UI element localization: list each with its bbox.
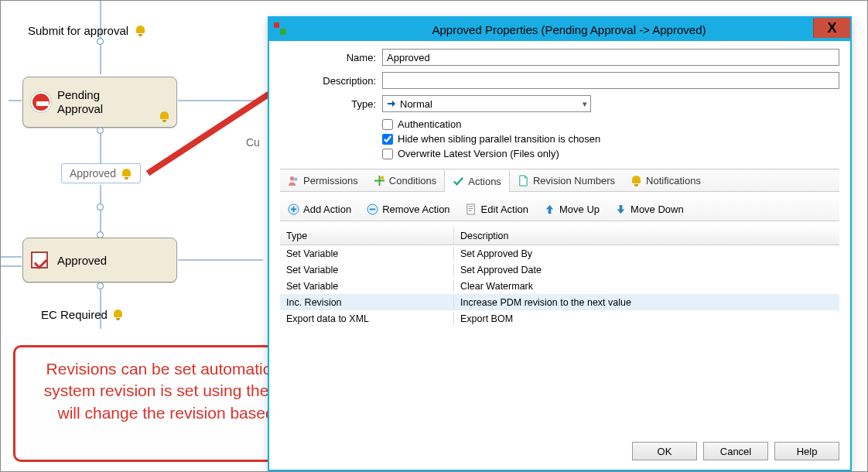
connector xyxy=(100,282,101,329)
checkbox-input[interactable] xyxy=(382,149,393,159)
hide-sibling-checkbox[interactable]: Hide when sibling parallel transition is… xyxy=(382,133,839,145)
chevron-down-icon: ▾ xyxy=(583,99,587,109)
state-label: Pending Approval xyxy=(57,88,103,116)
subtab-bar: Permissions Conditions Actions Revision … xyxy=(280,169,839,192)
cell-description: Clear Watermark xyxy=(454,279,839,292)
connector xyxy=(1,265,22,267)
checkbox-label: Overwrite Latest Version (Files only) xyxy=(398,148,559,159)
transition-submit[interactable]: Submit for approval xyxy=(28,24,146,37)
add-action-button[interactable]: Add Action xyxy=(280,198,359,221)
arrow-up-icon xyxy=(544,204,555,215)
state-approved[interactable]: Approved xyxy=(22,238,177,282)
svg-rect-8 xyxy=(291,209,297,210)
help-button[interactable]: Help xyxy=(774,442,839,460)
cell-description: Set Approved Date xyxy=(454,263,839,276)
authentication-checkbox[interactable]: Authentication xyxy=(382,118,839,130)
cell-description: Export BOM xyxy=(454,312,839,325)
type-label: Type: xyxy=(280,98,378,110)
description-input[interactable] xyxy=(382,72,839,89)
checkbox-input[interactable] xyxy=(382,119,393,130)
connector xyxy=(9,100,22,101)
connector-dot xyxy=(97,127,104,134)
check-icon xyxy=(31,251,48,268)
ok-button[interactable]: OK xyxy=(632,442,697,460)
remove-action-button[interactable]: Remove Action xyxy=(359,198,457,221)
checkbox-label: Hide when sibling parallel transition is… xyxy=(398,133,600,145)
actions-toolbar: Add Action Remove Action Edit Action Mov… xyxy=(280,198,839,221)
svg-point-1 xyxy=(290,176,295,180)
connector-dot xyxy=(97,282,104,289)
dialog-title: Approved Properties (Pending Approval ->… xyxy=(288,23,850,36)
svg-point-2 xyxy=(294,177,297,180)
table-row[interactable]: Inc. RevisionIncrease PDM revision to th… xyxy=(280,294,839,310)
checkbox-input[interactable] xyxy=(382,134,393,145)
cancel-button[interactable]: Cancel xyxy=(703,442,768,460)
svg-point-5 xyxy=(381,176,384,180)
transition-label: Approved xyxy=(70,167,116,180)
move-down-button[interactable]: Move Down xyxy=(607,198,692,221)
stop-icon xyxy=(31,92,51,112)
plus-circle-icon xyxy=(288,204,299,215)
transition-label: EC Required xyxy=(41,308,108,321)
table-header: Type Description xyxy=(280,227,839,245)
tab-notifications[interactable]: Notifications xyxy=(623,169,709,191)
svg-rect-4 xyxy=(374,180,384,181)
document-icon xyxy=(518,175,529,186)
connector xyxy=(178,259,263,261)
state-pending-approval[interactable]: Pending Approval xyxy=(22,77,177,128)
table-row[interactable]: Set VariableSet Approved By xyxy=(280,245,839,262)
connector-dot xyxy=(97,204,104,210)
users-icon xyxy=(288,175,299,186)
overwrite-checkbox[interactable]: Overwrite Latest Version (Files only) xyxy=(382,148,839,159)
cell-description: Set Approved By xyxy=(454,247,839,260)
actions-table: Type Description Set VariableSet Approve… xyxy=(280,227,839,327)
cell-type: Inc. Revision xyxy=(280,296,454,309)
bell-icon xyxy=(121,168,132,180)
cell-type: Export data to XML xyxy=(280,312,454,325)
column-description[interactable]: Description xyxy=(454,227,839,245)
bell-icon xyxy=(159,111,170,122)
connector xyxy=(100,185,101,238)
check-icon xyxy=(453,176,464,187)
svg-rect-11 xyxy=(466,204,473,214)
minus-circle-icon xyxy=(367,204,378,215)
bell-icon xyxy=(135,25,146,36)
close-button[interactable]: X xyxy=(813,18,850,38)
type-value: Normal xyxy=(400,98,432,110)
move-up-button[interactable]: Move Up xyxy=(536,198,607,221)
partial-label: Cu xyxy=(246,136,260,149)
name-input[interactable] xyxy=(382,49,839,66)
cell-type: Set Variable xyxy=(280,247,454,260)
connector xyxy=(178,100,263,101)
table-row[interactable]: Export data to XMLExport BOM xyxy=(280,310,839,327)
bell-icon xyxy=(112,309,124,320)
state-label: Approved xyxy=(57,254,107,267)
bell-icon xyxy=(630,175,642,186)
transition-approved[interactable]: Approved xyxy=(61,163,141,183)
type-select[interactable]: Normal ▾ xyxy=(382,95,591,112)
transition-label: Submit for approval xyxy=(28,24,128,37)
tab-permissions[interactable]: Permissions xyxy=(280,169,366,191)
description-label: Description: xyxy=(280,75,378,87)
arrow-right-icon xyxy=(388,101,397,107)
close-icon: X xyxy=(827,20,836,36)
document-edit-icon xyxy=(466,204,477,215)
cell-type: Set Variable xyxy=(280,279,454,292)
tab-actions[interactable]: Actions xyxy=(444,169,510,192)
svg-rect-10 xyxy=(370,209,376,210)
tab-conditions[interactable]: Conditions xyxy=(366,169,444,191)
dialog-footer: OK Cancel Help xyxy=(269,434,850,470)
table-row[interactable]: Set VariableSet Approved Date xyxy=(280,262,839,278)
titlebar[interactable]: Approved Properties (Pending Approval ->… xyxy=(269,18,850,41)
transition-ec-required[interactable]: EC Required xyxy=(41,308,124,321)
table-row[interactable]: Set VariableClear Watermark xyxy=(280,278,839,294)
name-label: Name: xyxy=(280,52,378,63)
checkbox-label: Authentication xyxy=(398,118,461,130)
edit-action-button[interactable]: Edit Action xyxy=(458,198,536,221)
column-type[interactable]: Type xyxy=(280,227,454,245)
connector-dot xyxy=(97,38,104,45)
tab-revision-numbers[interactable]: Revision Numbers xyxy=(510,169,623,191)
connector xyxy=(1,256,22,258)
arrow-down-icon xyxy=(615,204,627,215)
cell-description: Increase PDM revision to the next value xyxy=(454,296,839,309)
